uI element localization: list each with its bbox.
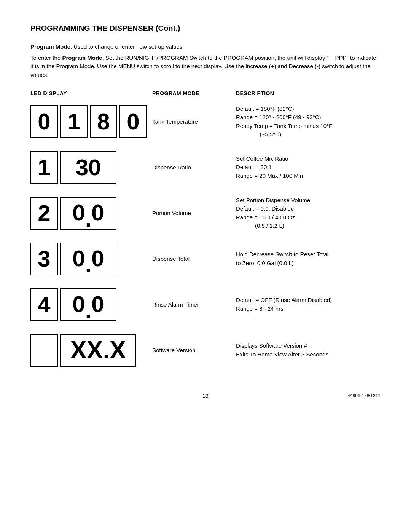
description-row3: Set Portion Dispense Volume Default = 0.… — [236, 196, 381, 230]
program-mode-row4: Dispense Total — [152, 255, 236, 263]
intro-bold-label: Program Mode — [30, 43, 70, 50]
page-title: PROGRAMMING THE DISPENSER (Cont.) — [30, 23, 381, 34]
led-digit-0b: 0 — [119, 105, 147, 138]
led-dot3: . — [85, 299, 92, 322]
led-decimal-00b: 0.0 — [60, 243, 116, 275]
led-display-row1: 0 1 8 0 — [30, 105, 152, 138]
led-dot: . — [85, 208, 92, 230]
led-digit-2: 2 — [30, 197, 58, 230]
col-header-description: DESCRIPTION — [236, 90, 381, 97]
led-display-row3: 2 0.0 — [30, 197, 152, 230]
led-display-row4: 3 0.0 — [30, 243, 152, 275]
intro-bold-suffix: : Used to change or enter new set-up val… — [70, 43, 184, 50]
program-mode-row5: Rinse Alarm Timer — [152, 300, 236, 308]
led-digit-1a: 1 — [30, 151, 58, 184]
table-row: 3 0.0 Dispense Total Hold Decrease Switc… — [30, 240, 381, 278]
led-double-30: 30 — [60, 151, 116, 184]
program-mode-row1: Tank Temperature — [152, 118, 236, 126]
description-row2: Set Coffee Mix Ratio Default = 30:1 Rang… — [236, 155, 381, 181]
col-header-program: PROGRAM MODE — [152, 90, 236, 97]
intro-paragraph-1: Program Mode: Used to change or enter ne… — [30, 43, 381, 51]
led-digit-3: 3 — [30, 243, 58, 275]
led-digit-1: 1 — [60, 105, 88, 138]
description-row1: Default = 180°F (82°C) Range = 120° - 20… — [236, 105, 381, 139]
led-dec-left: 0 — [72, 197, 85, 229]
col-header-led: LED DISPLAY — [30, 90, 152, 97]
led-digit-8: 8 — [90, 105, 117, 138]
intro-p2-part1: To enter the — [30, 54, 62, 61]
program-mode-row2: Dispense Ratio — [152, 163, 236, 171]
page-number: 13 — [202, 392, 209, 400]
led-decimal-00a: 0.0 — [60, 197, 116, 230]
led-dec-right2: 0 — [91, 243, 104, 275]
led-dec-left2: 0 — [72, 243, 85, 275]
description-row5: Default = OFF (Rinse Alarm Disabled) Ran… — [236, 296, 381, 313]
led-digit-4: 4 — [30, 288, 58, 321]
led-xx-display: XX.X — [60, 334, 136, 367]
led-dec-left3: 0 — [72, 288, 85, 320]
description-row4: Hold Decrease Switch to Reset Total to Z… — [236, 250, 381, 267]
page-footer: 13 44806.1 081211 — [30, 392, 381, 400]
led-empty-box — [30, 334, 58, 367]
led-digit-0: 0 — [30, 105, 58, 138]
doc-number: 44806.1 081211 — [347, 393, 381, 399]
table-row: XX.X Software Version Displays Software … — [30, 331, 381, 369]
intro-p2-bold: Program Mode — [62, 54, 102, 61]
intro-paragraph-2: To enter the Program Mode, Set the RUN/N… — [30, 54, 381, 80]
led-display-row5: 4 0.0 — [30, 288, 152, 321]
program-mode-row6: Software Version — [152, 346, 236, 354]
led-decimal-00c: 0.0 — [60, 288, 116, 321]
led-display-row2: 1 30 — [30, 151, 152, 184]
table-header: LED DISPLAY PROGRAM MODE DESCRIPTION — [30, 90, 381, 99]
description-row6: Displays Software Version # - Exits To H… — [236, 342, 381, 359]
program-mode-row3: Portion Volume — [152, 209, 236, 217]
led-dot2: . — [85, 253, 92, 276]
led-dec-right: 0 — [91, 197, 104, 229]
led-dec-right3: 0 — [91, 288, 104, 320]
led-display-row6: XX.X — [30, 334, 152, 367]
table-row: 0 1 8 0 Tank Temperature Default = 180°F… — [30, 103, 381, 141]
table-row: 4 0.0 Rinse Alarm Timer Default = OFF (R… — [30, 286, 381, 324]
table-row: 1 30 Dispense Ratio Set Coffee Mix Ratio… — [30, 149, 381, 187]
table-row: 2 0.0 Portion Volume Set Portion Dispens… — [30, 194, 381, 232]
